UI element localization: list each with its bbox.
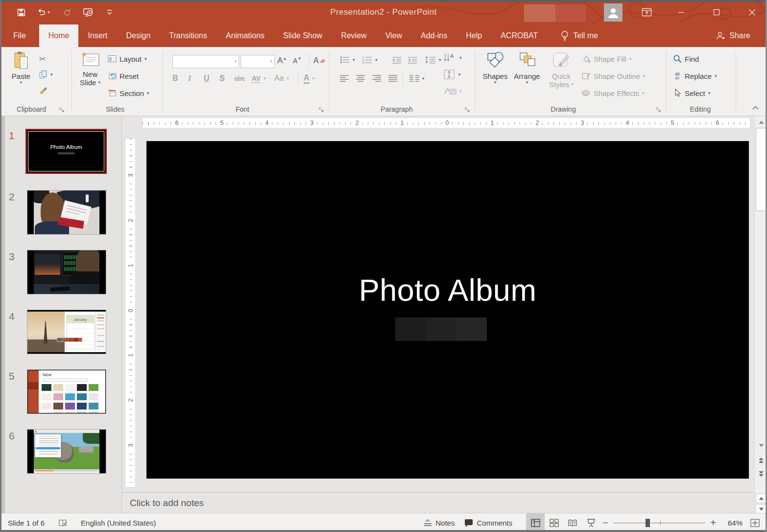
numbering-button[interactable]: 123 ▾ <box>362 54 378 66</box>
fit-slide-to-window-button[interactable] <box>746 513 763 532</box>
clipboard-dialog-launcher[interactable] <box>59 106 66 113</box>
paste-button[interactable]: Paste ▾ <box>8 51 34 85</box>
drawing-dialog-launcher[interactable] <box>655 106 662 113</box>
section-button[interactable]: Section ▾ <box>108 87 149 99</box>
text-direction-dropdown-arrow[interactable]: ▾ <box>459 56 462 60</box>
numbering-dropdown-arrow[interactable]: ▾ <box>375 58 378 62</box>
font-dialog-launcher[interactable] <box>318 106 325 113</box>
tab-file[interactable]: File <box>0 24 39 47</box>
zoom-slider[interactable] <box>613 513 705 532</box>
thumbnail-panel-scrollbar[interactable] <box>1 116 5 513</box>
tab-view[interactable]: View <box>376 24 411 47</box>
ribbon-display-options-button[interactable] <box>636 0 657 24</box>
reset-button[interactable]: Reset <box>108 70 139 82</box>
language-indicator[interactable]: English (United States) <box>81 519 156 527</box>
maximize-button[interactable] <box>705 0 728 24</box>
find-button[interactable]: Find <box>673 53 699 65</box>
select-dropdown-arrow[interactable]: ▾ <box>708 91 711 96</box>
columns-dropdown-arrow[interactable]: ▾ <box>422 76 425 81</box>
copy-dropdown-arrow[interactable]: ▾ <box>50 73 53 77</box>
font-name-combobox[interactable]: ▾ <box>172 55 239 68</box>
tell-me-box[interactable]: Tell me <box>554 24 605 47</box>
scrollbar-thumb[interactable] <box>756 128 767 211</box>
notes-scroll-up-button[interactable] <box>756 493 767 503</box>
convert-to-smartart-button[interactable]: ▾ <box>444 85 462 97</box>
slide-show-view-button[interactable] <box>582 513 600 532</box>
paragraph-dialog-launcher[interactable] <box>464 106 471 113</box>
replace-button[interactable]: ab ac Replace ▾ <box>673 70 717 82</box>
change-case-button[interactable]: Aa ▾ <box>274 73 289 84</box>
slide-3-preview[interactable] <box>27 250 106 294</box>
share-button[interactable]: Share <box>716 24 750 47</box>
collapse-ribbon-button[interactable] <box>749 103 761 113</box>
scroll-down-button[interactable] <box>756 440 767 450</box>
notes-placeholder[interactable]: Click to add notes <box>130 498 204 508</box>
layout-dropdown-arrow[interactable]: ▾ <box>144 57 147 61</box>
arrange-dropdown-arrow[interactable]: ▾ <box>526 80 528 85</box>
zoom-slider-track[interactable] <box>613 523 705 523</box>
slide-subtitle-redacted[interactable] <box>395 317 487 341</box>
shapes-button[interactable]: Shapes ▾ <box>481 51 509 85</box>
increase-indent-button[interactable] <box>407 54 417 66</box>
tab-acrobat[interactable]: ACROBAT <box>491 24 547 47</box>
scroll-up-button[interactable] <box>756 117 767 127</box>
section-dropdown-arrow[interactable]: ▾ <box>147 91 149 96</box>
tab-transitions[interactable]: Transitions <box>160 24 216 47</box>
arrange-button[interactable]: Arrange ▾ <box>511 51 543 85</box>
replace-dropdown-arrow[interactable]: ▾ <box>715 74 717 78</box>
slide-title-text[interactable]: Photo Album <box>146 272 749 308</box>
reading-view-button[interactable] <box>563 513 582 532</box>
tab-help[interactable]: Help <box>456 24 491 47</box>
character-spacing-button[interactable]: AV ▾ <box>252 73 266 84</box>
line-spacing-button[interactable]: ▾ <box>425 54 441 66</box>
italic-button[interactable]: I <box>188 73 203 84</box>
strikethrough-button[interactable]: abc <box>234 73 249 84</box>
text-direction-button[interactable]: A ▾ <box>444 52 462 64</box>
tab-home[interactable]: Home <box>39 24 79 47</box>
select-button[interactable]: Select ▾ <box>673 87 710 99</box>
notes-scroll-down-button[interactable] <box>756 504 767 514</box>
minimize-button[interactable] <box>670 0 693 24</box>
slide-4-preview[interactable]: January <box>27 310 106 354</box>
align-left-button[interactable] <box>340 73 349 84</box>
font-size-combobox[interactable]: ▾ <box>240 55 275 68</box>
tab-add-ins[interactable]: Add-ins <box>411 24 456 47</box>
zoom-percentage[interactable]: 64% <box>720 519 743 527</box>
slide-5-preview[interactable]: New <box>27 369 106 414</box>
next-slide-button[interactable] <box>756 469 767 479</box>
notes-toggle-button[interactable]: Notes <box>419 513 459 532</box>
normal-view-button[interactable] <box>526 513 545 532</box>
paste-dropdown-arrow[interactable]: ▾ <box>20 80 23 85</box>
slide-canvas[interactable]: Photo Album <box>146 141 749 479</box>
tab-insert[interactable]: Insert <box>78 24 117 47</box>
line-spacing-dropdown-arrow[interactable]: ▾ <box>439 58 441 62</box>
font-color-button[interactable]: A ▾ <box>304 73 314 84</box>
tab-design[interactable]: Design <box>117 24 160 47</box>
slide-2-preview[interactable] <box>27 190 106 235</box>
zoom-out-button[interactable]: − <box>600 517 610 529</box>
new-slide-button[interactable]: New Slide ▾ <box>76 51 104 87</box>
decrease-font-size-button[interactable]: A▾ <box>293 55 307 67</box>
notes-pane[interactable]: Click to add notes <box>122 492 754 513</box>
new-slide-dropdown-arrow[interactable]: ▾ <box>98 80 100 85</box>
tab-slide-show[interactable]: Slide Show <box>274 24 332 47</box>
format-painter-button[interactable] <box>39 84 48 96</box>
cut-button[interactable]: ✂ <box>39 53 46 65</box>
account-avatar[interactable] <box>604 3 623 22</box>
decrease-indent-button[interactable] <box>392 54 402 66</box>
tab-animations[interactable]: Animations <box>216 24 274 47</box>
close-button[interactable] <box>739 0 765 24</box>
layout-button[interactable]: Layout ▾ <box>108 53 147 65</box>
previous-slide-button[interactable] <box>756 455 767 465</box>
columns-button[interactable]: ▾ <box>409 73 425 84</box>
justify-button[interactable] <box>388 73 397 84</box>
bold-button[interactable]: B <box>172 73 187 84</box>
spell-check-icon[interactable] <box>58 519 67 528</box>
zoom-slider-thumb[interactable] <box>646 519 650 527</box>
bullets-dropdown-arrow[interactable]: ▾ <box>353 58 355 62</box>
text-shadow-button[interactable]: S <box>219 73 234 84</box>
slide-sorter-view-button[interactable] <box>545 513 563 532</box>
clear-formatting-button[interactable]: A <box>313 55 327 67</box>
shapes-dropdown-arrow[interactable]: ▾ <box>494 80 497 85</box>
tab-review[interactable]: Review <box>332 24 376 47</box>
